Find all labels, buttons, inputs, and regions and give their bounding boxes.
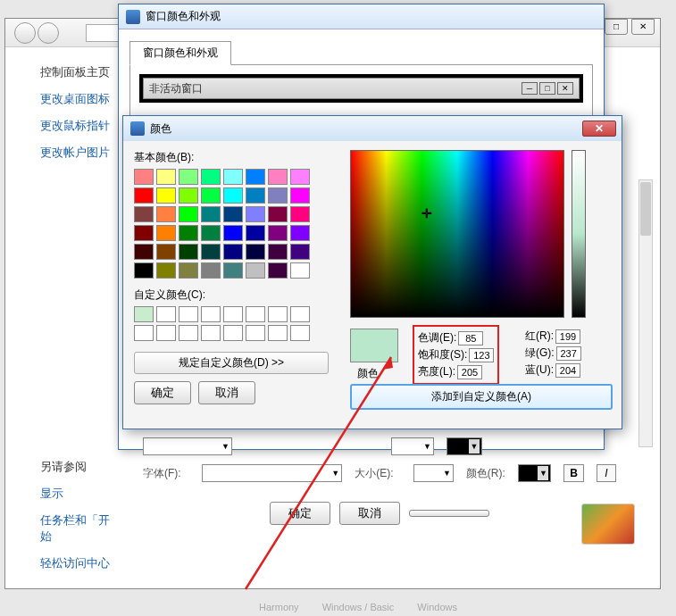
custom-color-swatch[interactable] [290, 306, 310, 322]
basic-color-swatch[interactable] [290, 169, 310, 185]
basic-color-swatch[interactable] [179, 169, 198, 185]
basic-color-swatch[interactable] [223, 262, 243, 279]
basic-color-swatch[interactable] [134, 244, 154, 260]
sidebar-item-display[interactable]: 显示 [4, 486, 121, 502]
size-combo[interactable]: ▼ [413, 464, 454, 482]
basic-color-swatch[interactable] [201, 169, 221, 185]
custom-color-swatch[interactable] [223, 325, 243, 341]
tab-appearance[interactable]: 窗口颜色和外观 [129, 41, 231, 65]
basic-color-swatch[interactable] [156, 169, 176, 185]
basic-color-swatch[interactable] [246, 187, 265, 204]
font-combo[interactable]: ▼ [202, 464, 343, 482]
basic-color-swatch[interactable] [156, 206, 176, 222]
basic-color-swatch[interactable] [268, 262, 288, 279]
italic-button[interactable]: I [597, 464, 616, 482]
item-combo[interactable]: ▼ [143, 437, 232, 455]
theme-thumbnail[interactable] [581, 504, 635, 545]
custom-color-swatch[interactable] [156, 325, 176, 341]
add-to-custom-button[interactable]: 添加到自定义颜色(A) [350, 384, 613, 410]
custom-color-swatch[interactable] [290, 325, 310, 341]
sidebar-home[interactable]: 控制面板主页 [4, 64, 121, 80]
custom-color-swatch[interactable] [179, 306, 198, 322]
basic-color-swatch[interactable] [134, 262, 154, 279]
custom-color-swatch[interactable] [201, 306, 221, 322]
basic-color-swatch[interactable] [156, 225, 176, 241]
basic-color-swatch[interactable] [268, 225, 288, 241]
blue-input[interactable] [555, 363, 580, 378]
basic-color-swatch[interactable] [134, 225, 154, 241]
basic-color-swatch[interactable] [246, 262, 265, 279]
appearance-titlebar[interactable]: 窗口颜色和外观 [119, 4, 604, 29]
custom-color-swatch[interactable] [201, 325, 221, 341]
basic-color-swatch[interactable] [290, 187, 310, 204]
hue-input[interactable] [458, 331, 483, 345]
basic-color-swatch[interactable] [156, 262, 176, 279]
custom-color-swatch[interactable] [223, 306, 243, 322]
basic-color-swatch[interactable] [246, 225, 265, 241]
sidebar-item-taskbar[interactable]: 任务栏和「开始 [4, 512, 121, 545]
bold-button[interactable]: B [563, 464, 583, 482]
basic-color-swatch[interactable] [179, 206, 198, 222]
color1-swatch[interactable]: ▼ [446, 437, 482, 455]
basic-color-swatch[interactable] [134, 206, 154, 222]
basic-color-swatch[interactable] [223, 187, 243, 204]
sidebar-item-ease[interactable]: 轻松访问中心 [4, 555, 121, 571]
basic-color-swatch[interactable] [290, 225, 310, 241]
basic-color-swatch[interactable] [134, 187, 154, 204]
scrollbar[interactable] [638, 179, 653, 447]
basic-color-swatch[interactable] [179, 262, 198, 279]
custom-color-swatch[interactable] [268, 306, 288, 322]
basic-color-swatch[interactable] [223, 169, 243, 185]
basic-color-swatch[interactable] [156, 187, 176, 204]
sat-input[interactable] [469, 348, 494, 362]
basic-color-swatch[interactable] [201, 244, 221, 260]
maximize-button[interactable]: □ [605, 19, 628, 35]
custom-color-swatch[interactable] [134, 325, 154, 341]
basic-color-swatch[interactable] [268, 206, 288, 222]
basic-color-swatch[interactable] [201, 206, 221, 222]
apply-button[interactable] [409, 510, 489, 517]
size1-combo[interactable]: ▼ [391, 437, 434, 455]
basic-color-swatch[interactable] [246, 206, 265, 222]
custom-color-swatch[interactable] [268, 325, 288, 341]
basic-color-swatch[interactable] [156, 244, 176, 260]
lum-input[interactable] [457, 365, 482, 379]
basic-color-swatch[interactable] [268, 244, 288, 260]
sidebar-item-cursor[interactable]: 更改鼠标指针 [4, 118, 121, 134]
define-custom-button[interactable]: 规定自定义颜色(D) >> [134, 352, 329, 374]
basic-color-swatch[interactable] [290, 262, 310, 279]
basic-color-swatch[interactable] [223, 225, 243, 241]
basic-color-swatch[interactable] [201, 262, 221, 279]
basic-color-swatch[interactable] [223, 206, 243, 222]
custom-color-swatch[interactable] [246, 325, 265, 341]
basic-color-swatch[interactable] [134, 169, 154, 185]
basic-color-swatch[interactable] [201, 187, 221, 204]
green-input[interactable] [556, 346, 581, 361]
close-button[interactable]: ✕ [631, 19, 655, 35]
nav-forward-button[interactable] [38, 22, 59, 44]
font-color-swatch[interactable]: ▼ [518, 464, 551, 482]
custom-color-swatch[interactable] [179, 325, 198, 341]
basic-color-swatch[interactable] [246, 244, 265, 260]
close-button[interactable]: ✕ [582, 121, 616, 137]
basic-color-swatch[interactable] [290, 206, 310, 222]
cancel-button[interactable]: 取消 [339, 502, 400, 525]
custom-color-swatch[interactable] [246, 306, 265, 322]
color-gradient[interactable]: ✛ [350, 150, 564, 318]
basic-color-swatch[interactable] [179, 244, 198, 260]
color-cancel-button[interactable]: 取消 [198, 381, 255, 404]
basic-color-swatch[interactable] [223, 244, 243, 260]
custom-color-swatch[interactable] [134, 306, 154, 322]
sidebar-item-account-pic[interactable]: 更改帐户图片 [4, 145, 121, 161]
color-ok-button[interactable]: 确定 [134, 381, 191, 404]
ok-button[interactable]: 确定 [270, 502, 330, 525]
basic-color-swatch[interactable] [290, 244, 310, 260]
custom-color-swatch[interactable] [156, 306, 176, 322]
red-input[interactable] [555, 329, 580, 344]
basic-color-swatch[interactable] [179, 187, 198, 204]
luminance-slider[interactable] [572, 150, 586, 318]
color-titlebar[interactable]: 颜色 ✕ [123, 116, 622, 141]
basic-color-swatch[interactable] [268, 169, 288, 185]
basic-color-swatch[interactable] [179, 225, 198, 241]
sidebar-item-icons[interactable]: 更改桌面图标 [4, 91, 121, 107]
